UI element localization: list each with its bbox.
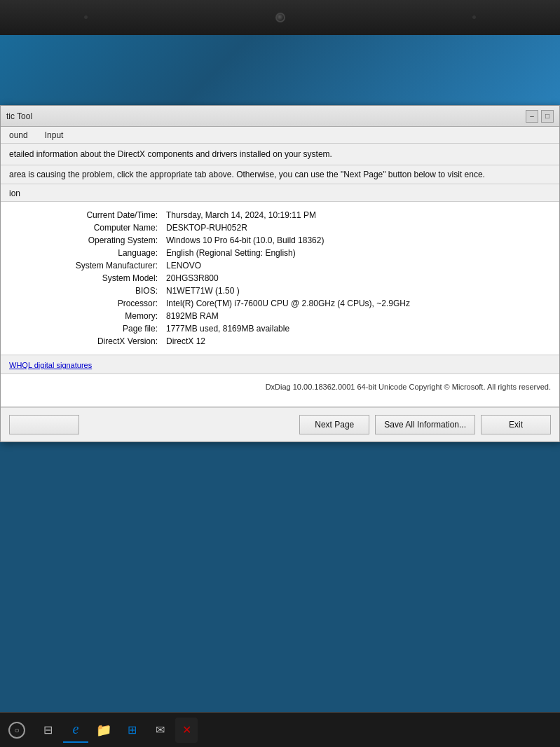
model-row: System Model: 20HGS3R800 bbox=[9, 272, 551, 285]
whql-signature-link[interactable]: WHQL digital signatures bbox=[9, 361, 92, 369]
datetime-value: Thursday, March 14, 2024, 10:19:11 PM bbox=[163, 209, 551, 221]
processor-value: Intel(R) Core(TM) i7-7600U CPU @ 2.80GHz… bbox=[163, 297, 551, 310]
window-title: tic Tool bbox=[6, 111, 32, 121]
memory-row: Memory: 8192MB RAM bbox=[9, 310, 551, 322]
windows-store-icon[interactable]: ⊞ bbox=[119, 718, 144, 743]
menu-item-sound[interactable]: ound bbox=[6, 129, 31, 142]
memory-value: 8192MB RAM bbox=[163, 310, 551, 322]
os-value: Windows 10 Pro 64-bit (10.0, Build 18362… bbox=[163, 234, 551, 247]
datetime-label: Current Date/Time: bbox=[9, 209, 163, 221]
menu-bar: ound Input bbox=[1, 127, 559, 144]
processor-label: Processor: bbox=[9, 297, 163, 310]
bios-row: BIOS: N1WET71W (1.50 ) bbox=[9, 285, 551, 297]
os-row: Operating System: Windows 10 Pro 64-bit … bbox=[9, 234, 551, 247]
manufacturer-value: LENOVO bbox=[163, 259, 551, 272]
laptop-bezel bbox=[0, 0, 560, 35]
taskview-icon[interactable]: ⊟ bbox=[35, 718, 60, 743]
directx-label: DirectX Version: bbox=[9, 335, 163, 348]
exit-button[interactable]: Exit bbox=[481, 415, 551, 434]
maximize-button[interactable]: □ bbox=[541, 110, 554, 123]
directx-row: DirectX Version: DirectX 12 bbox=[9, 335, 551, 348]
description-line1: etailed information about the DirectX co… bbox=[1, 144, 559, 165]
description-line2: area is causing the problem, click the a… bbox=[1, 165, 559, 184]
bios-label: BIOS: bbox=[9, 285, 163, 297]
close-icon[interactable]: ✕ bbox=[175, 718, 198, 743]
desktop-wallpaper bbox=[0, 35, 560, 105]
memory-label: Memory: bbox=[9, 310, 163, 322]
section-label: ion bbox=[1, 184, 559, 202]
system-info-table: Current Date/Time: Thursday, March 14, 2… bbox=[9, 209, 551, 348]
language-value: English (Regional Setting: English) bbox=[163, 247, 551, 259]
system-info-section: Current Date/Time: Thursday, March 14, 2… bbox=[1, 202, 559, 355]
webcam-dot-left bbox=[84, 15, 88, 19]
language-label: Language: bbox=[9, 247, 163, 259]
minimize-button[interactable]: – bbox=[526, 110, 538, 123]
window-controls: – □ bbox=[526, 110, 554, 123]
webcam-dot-right bbox=[472, 15, 476, 19]
menu-item-input[interactable]: Input bbox=[42, 129, 67, 142]
pagefile-row: Page file: 1777MB used, 8169MB available bbox=[9, 322, 551, 335]
copyright-text: DxDiag 10.00.18362.0001 64-bit Unicode C… bbox=[266, 383, 551, 391]
edge-icon[interactable]: e bbox=[63, 718, 88, 743]
computer-label: Computer Name: bbox=[9, 221, 163, 234]
mail-icon[interactable]: ✉ bbox=[147, 718, 172, 743]
datetime-row: Current Date/Time: Thursday, March 14, 2… bbox=[9, 209, 551, 221]
next-page-button[interactable]: Next Page bbox=[299, 415, 369, 434]
title-bar: tic Tool – □ bbox=[1, 106, 559, 127]
computer-row: Computer Name: DESKTOP-RUH052R bbox=[9, 221, 551, 234]
model-label: System Model: bbox=[9, 272, 163, 285]
directx-value: DirectX 12 bbox=[163, 335, 551, 348]
start-circle-icon: ○ bbox=[8, 722, 25, 739]
pagefile-value: 1777MB used, 8169MB available bbox=[163, 322, 551, 335]
language-row: Language: English (Regional Setting: Eng… bbox=[9, 247, 551, 259]
file-explorer-icon[interactable]: 📁 bbox=[91, 718, 116, 743]
pagefile-label: Page file: bbox=[9, 322, 163, 335]
directx-diagnostic-window: tic Tool – □ ound Input etailed informat… bbox=[0, 105, 560, 442]
manufacturer-row: System Manufacturer: LENOVO bbox=[9, 259, 551, 272]
os-label: Operating System: bbox=[9, 234, 163, 247]
save-all-information-button[interactable]: Save All Information... bbox=[375, 415, 475, 434]
start-button[interactable]: ○ bbox=[3, 716, 31, 744]
button-bar: Next Page Save All Information... Exit bbox=[1, 407, 559, 441]
computer-value: DESKTOP-RUH052R bbox=[163, 221, 551, 234]
taskbar: ○ ⊟ e 📁 ⊞ ✉ ✕ bbox=[0, 712, 560, 747]
manufacturer-label: System Manufacturer: bbox=[9, 259, 163, 272]
model-value: 20HGS3R800 bbox=[163, 272, 551, 285]
processor-row: Processor: Intel(R) Core(TM) i7-7600U CP… bbox=[9, 297, 551, 310]
bios-value: N1WET71W (1.50 ) bbox=[163, 285, 551, 297]
signature-area: WHQL digital signatures bbox=[1, 355, 559, 374]
left-button[interactable] bbox=[9, 415, 79, 434]
copyright-area: DxDiag 10.00.18362.0001 64-bit Unicode C… bbox=[1, 374, 559, 407]
webcam bbox=[275, 13, 285, 22]
